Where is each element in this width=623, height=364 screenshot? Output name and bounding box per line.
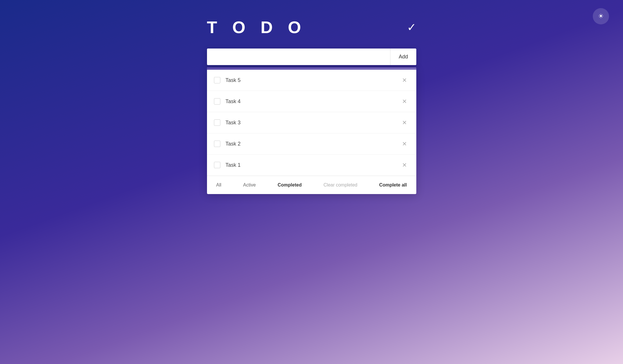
add-task-row: Add	[207, 49, 416, 65]
task-1-label: Task 1	[226, 162, 400, 168]
task-5-delete-button[interactable]: ✕	[400, 76, 409, 84]
task-item: Task 1 ✕	[207, 155, 416, 176]
top-bar-accent	[207, 67, 416, 70]
main-container: T O D O ✓ Add Task 5 ✕ Task 4 ✕ Task 3 ✕…	[207, 17, 416, 194]
theme-toggle-button[interactable]: ☀	[593, 8, 609, 24]
filter-active-button[interactable]: Active	[241, 181, 258, 189]
complete-all-button[interactable]: Complete all	[377, 181, 409, 189]
task-4-delete-button[interactable]: ✕	[400, 97, 409, 105]
task-4-label: Task 4	[226, 98, 400, 105]
task-5-checkbox[interactable]	[214, 77, 220, 83]
check-icon: ✓	[407, 21, 416, 34]
header: T O D O ✓	[207, 17, 416, 37]
task-1-checkbox[interactable]	[214, 162, 220, 168]
task-item: Task 2 ✕	[207, 133, 416, 155]
task-3-delete-button[interactable]: ✕	[400, 119, 409, 127]
app-title: T O D O	[207, 17, 306, 37]
footer: All Active Completed Clear completed Com…	[207, 176, 416, 194]
task-2-delete-button[interactable]: ✕	[400, 140, 409, 148]
add-task-button[interactable]: Add	[390, 49, 416, 65]
task-3-checkbox[interactable]	[214, 119, 220, 126]
task-1-delete-button[interactable]: ✕	[400, 161, 409, 169]
clear-completed-button[interactable]: Clear completed	[321, 181, 360, 189]
todo-list-container: Task 5 ✕ Task 4 ✕ Task 3 ✕ Task 2 ✕ Task…	[207, 67, 416, 194]
new-task-input[interactable]	[207, 49, 390, 65]
task-item: Task 3 ✕	[207, 112, 416, 133]
task-4-checkbox[interactable]	[214, 98, 220, 105]
sun-icon: ☀	[598, 12, 604, 20]
task-item: Task 4 ✕	[207, 91, 416, 112]
task-2-label: Task 2	[226, 141, 400, 147]
task-item: Task 5 ✕	[207, 70, 416, 91]
filter-completed-button[interactable]: Completed	[275, 181, 304, 189]
filter-all-button[interactable]: All	[214, 181, 224, 189]
task-3-label: Task 3	[226, 120, 400, 126]
task-2-checkbox[interactable]	[214, 141, 220, 147]
task-5-label: Task 5	[226, 77, 400, 83]
